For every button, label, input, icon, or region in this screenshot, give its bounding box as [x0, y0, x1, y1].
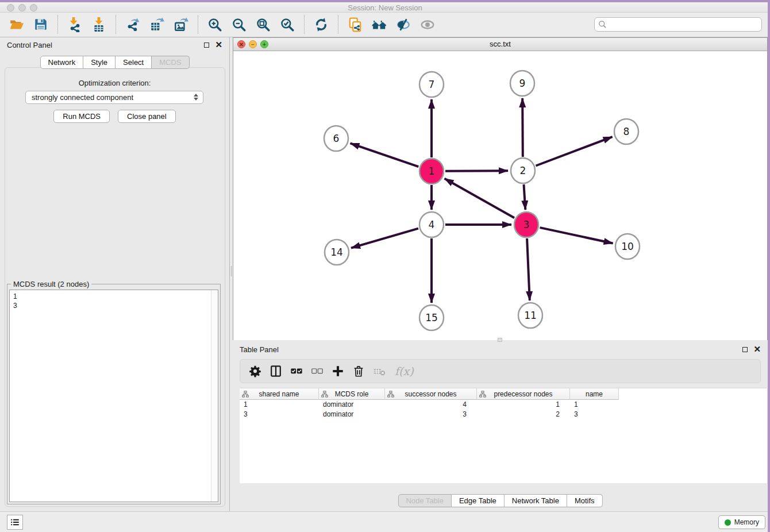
- network-home-button[interactable]: [369, 16, 389, 34]
- graph-node-3[interactable]: 3: [514, 212, 538, 237]
- import-table-button[interactable]: [89, 16, 109, 34]
- graph-node-4[interactable]: 4: [419, 212, 444, 237]
- table-cell[interactable]: 1: [240, 400, 319, 410]
- create-column-button[interactable]: [329, 363, 346, 380]
- save-session-button[interactable]: [31, 16, 51, 34]
- gear-icon: [249, 365, 261, 377]
- show-graphics-details-button[interactable]: [418, 16, 437, 34]
- zoom-out-button[interactable]: [229, 16, 249, 34]
- column-header-name[interactable]: name: [570, 388, 619, 400]
- table-cell[interactable]: 3: [385, 410, 477, 419]
- close-table-panel-icon[interactable]: ✕: [753, 346, 761, 352]
- graph-edge-3-1[interactable]: [445, 179, 515, 218]
- mcds-result-group: MCDS result (2 nodes) 1 3: [7, 284, 221, 504]
- zoom-in-button[interactable]: [205, 16, 225, 34]
- table-cell[interactable]: 3: [570, 410, 619, 419]
- column-header-shared-name[interactable]: shared name: [240, 388, 319, 400]
- apply-layout-button[interactable]: [311, 16, 331, 34]
- graph-node-2[interactable]: 2: [511, 158, 535, 183]
- graph-edge-2-8[interactable]: [536, 137, 613, 165]
- graph-edge-2-3[interactable]: [524, 184, 526, 210]
- unselect-all-columns-button[interactable]: [309, 363, 326, 380]
- table-row[interactable]: 1dominator411: [240, 400, 767, 410]
- network-window-titlebar[interactable]: ✕ − + scc.txt: [233, 38, 767, 51]
- open-session-button[interactable]: [7, 16, 26, 34]
- vertical-splitter[interactable]: [229, 266, 232, 276]
- column-header-predecessor-nodes[interactable]: predecessor nodes: [477, 388, 570, 400]
- tab-motifs[interactable]: Motifs: [567, 494, 603, 507]
- tab-network-table[interactable]: Network Table: [505, 494, 567, 507]
- graph-node-14[interactable]: 14: [325, 240, 349, 265]
- graph-node-11[interactable]: 11: [518, 303, 542, 328]
- close-panel-button[interactable]: Close panel: [118, 110, 176, 123]
- table-settings-button[interactable]: [247, 363, 264, 380]
- float-table-panel-icon[interactable]: [742, 347, 748, 352]
- graph-edge-1-2[interactable]: [445, 171, 508, 171]
- table-cell[interactable]: 4: [385, 400, 477, 410]
- hide-graphics-details-button[interactable]: [394, 16, 413, 34]
- graph-edge-3-11[interactable]: [527, 238, 530, 300]
- tab-mcds[interactable]: MCDS: [152, 56, 189, 69]
- column-type-icon: [387, 391, 394, 398]
- column-header-successor-nodes[interactable]: successor nodes: [385, 388, 477, 400]
- show-columns-button[interactable]: [267, 363, 284, 380]
- zoom-fit-button[interactable]: [253, 16, 273, 34]
- delete-table-button[interactable]: [371, 363, 388, 380]
- graph-edge-4-14[interactable]: [351, 229, 418, 248]
- tab-edge-table[interactable]: Edge Table: [452, 494, 505, 507]
- table-cell[interactable]: 1: [570, 400, 619, 410]
- network-view-window: ✕ − + scc.txt 7968124314101511: [233, 37, 768, 340]
- graph-edge-1-6[interactable]: [351, 143, 419, 167]
- tab-network[interactable]: Network: [40, 56, 83, 69]
- graph-edge-2-9[interactable]: [522, 98, 523, 157]
- graph-node-8[interactable]: 8: [614, 119, 638, 144]
- column-header-MCDS-role[interactable]: MCDS role: [319, 388, 385, 400]
- table-cell[interactable]: 2: [477, 410, 570, 419]
- table-cell[interactable]: 1: [477, 400, 570, 410]
- table-cell[interactable]: dominator: [319, 400, 385, 410]
- graph-node-6[interactable]: 6: [324, 126, 348, 151]
- float-panel-icon[interactable]: [204, 43, 209, 48]
- select-all-columns-button[interactable]: [288, 363, 305, 380]
- mcds-result-list[interactable]: 1 3: [9, 290, 218, 502]
- houses-icon: [372, 17, 387, 32]
- export-network-icon: [125, 17, 140, 32]
- trash-icon: [352, 365, 365, 377]
- tab-style[interactable]: Style: [83, 56, 116, 69]
- delete-column-button[interactable]: [350, 363, 367, 380]
- graph-node-15[interactable]: 15: [419, 305, 444, 330]
- tab-node-table[interactable]: Node Table: [398, 494, 452, 507]
- import-network-button[interactable]: [65, 16, 84, 34]
- graph-node-9[interactable]: 9: [510, 71, 534, 96]
- table-row[interactable]: 3dominator323: [240, 410, 767, 419]
- search-field: [594, 17, 762, 32]
- mcds-result-scrollbar[interactable]: [211, 290, 218, 502]
- dropdown-selected-value: strongly connected component: [32, 93, 133, 102]
- zoom-selected-button[interactable]: [278, 16, 297, 34]
- export-image-button[interactable]: [171, 16, 191, 34]
- graph-node-10[interactable]: 10: [615, 234, 640, 259]
- graph-node-7[interactable]: 7: [419, 72, 444, 97]
- task-history-button[interactable]: [7, 515, 23, 530]
- table-panel: Table Panel ✕ f(x) shared nameMCDS roles…: [233, 342, 768, 511]
- search-input[interactable]: [594, 17, 762, 32]
- memory-button[interactable]: Memory: [718, 515, 765, 529]
- function-builder-button[interactable]: f(x): [391, 363, 414, 380]
- network-canvas[interactable]: 7968124314101511: [233, 51, 767, 340]
- graph-node-1[interactable]: 1: [419, 159, 444, 184]
- horizontal-splitter[interactable]: [498, 338, 502, 342]
- checkboxes-checked-icon: [290, 365, 303, 377]
- fx-icon: f(x): [395, 365, 414, 377]
- close-panel-icon[interactable]: ✕: [215, 42, 222, 48]
- tab-select[interactable]: Select: [116, 56, 152, 69]
- export-table-button[interactable]: [147, 16, 167, 34]
- table-cell[interactable]: dominator: [319, 410, 385, 419]
- run-mcds-button[interactable]: Run MCDS: [53, 110, 110, 123]
- optimization-criterion-dropdown[interactable]: strongly connected component: [25, 91, 203, 104]
- export-network-button[interactable]: [123, 16, 143, 34]
- control-panel: Control Panel ✕ NetworkStyleSelectMCDS O…: [0, 37, 230, 511]
- graph-node-label: 11: [524, 310, 537, 321]
- table-cell[interactable]: 3: [240, 410, 319, 419]
- graph-edge-3-10[interactable]: [540, 228, 613, 243]
- duplicate-network-button[interactable]: [345, 16, 365, 34]
